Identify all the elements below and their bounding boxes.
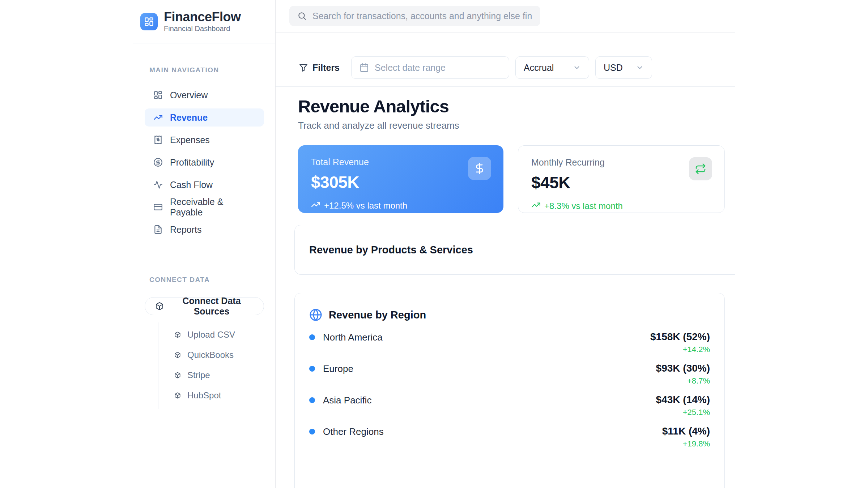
region-dot-icon	[309, 334, 315, 340]
sidebar: FinanceFlow Financial Dashboard MAIN NAV…	[133, 0, 276, 488]
currency-select[interactable]: USD	[595, 56, 652, 79]
circle-dollar-icon	[153, 158, 163, 167]
source-item-label: HubSpot	[187, 390, 221, 401]
financeflow-app: FinanceFlow Financial Dashboard MAIN NAV…	[0, 0, 868, 488]
kpi-delta-text: +8.3% vs last month	[544, 201, 623, 211]
kpi-cards: Total Revenue $305K +12.5% vs last month…	[298, 145, 725, 213]
date-range-placeholder: Select date range	[375, 63, 446, 73]
package-icon	[174, 352, 181, 358]
brand[interactable]: FinanceFlow Financial Dashboard	[133, 0, 275, 43]
repeat-icon	[689, 157, 712, 180]
connect-data-sources-button[interactable]: Connect Data Sources	[145, 297, 264, 315]
region-delta: +19.8%	[662, 439, 710, 449]
sidebar-item-label: Overview	[170, 90, 208, 100]
package-icon	[155, 302, 164, 311]
revenue-by-region-card: Revenue by Region North America $158K (5…	[294, 293, 725, 488]
sidebar-item-label: Revenue	[170, 112, 208, 123]
accounting-basis-value: Accrual	[524, 63, 554, 73]
filters-label: Filters	[312, 63, 340, 73]
app-container: FinanceFlow Financial Dashboard MAIN NAV…	[133, 0, 735, 488]
kpi-delta: +8.3% vs last month	[531, 200, 711, 212]
brand-text: FinanceFlow Financial Dashboard	[164, 10, 241, 33]
trending-up-icon	[531, 200, 541, 212]
region-row-other-regions: Other Regions $11K (4%) +19.8%	[309, 425, 710, 449]
data-source-list: Upload CSV QuickBooks Stripe HubSpot	[158, 322, 263, 409]
region-card-header: Revenue by Region	[309, 307, 710, 323]
brand-tagline: Financial Dashboard	[164, 25, 241, 33]
sidebar-item-overview[interactable]: Overview	[145, 86, 264, 104]
kpi-monthly-recurring-card: Monthly Recurring $45K +8.3% vs last mon…	[518, 145, 725, 213]
sidebar-item-reports[interactable]: Reports	[145, 221, 264, 239]
main-content: Filters Select date range Accrual USD Re…	[276, 0, 735, 488]
source-item-quickbooks[interactable]: QuickBooks	[158, 345, 263, 365]
products-services-card: Revenue by Products & Services	[294, 225, 735, 275]
source-item-hubspot[interactable]: HubSpot	[158, 385, 263, 406]
package-icon	[174, 392, 181, 399]
date-range-picker[interactable]: Select date range	[351, 56, 509, 79]
dashboard-icon	[153, 90, 163, 100]
region-dot-icon	[309, 397, 315, 403]
filters-divider	[276, 86, 735, 87]
region-name: Asia Pacific	[323, 395, 371, 406]
connect-section-label: CONNECT DATA	[133, 276, 210, 284]
region-name: North America	[323, 332, 383, 343]
sidebar-item-label: Receivable & Payable	[170, 197, 255, 218]
sidebar-item-label: Reports	[170, 224, 202, 235]
search-input[interactable]	[289, 6, 540, 26]
main-navigation: Overview Revenue Expenses Profitability …	[145, 86, 264, 243]
header-divider	[276, 33, 735, 33]
kpi-label: Total Revenue	[311, 157, 490, 167]
kpi-total-revenue-card: Total Revenue $305K +12.5% vs last month	[298, 145, 503, 213]
globe-icon	[309, 308, 322, 321]
region-row-north-america: North America $158K (52%) +14.2%	[309, 331, 710, 354]
filters-button[interactable]: Filters	[299, 63, 340, 73]
kpi-value: $45K	[531, 173, 711, 192]
funnel-icon	[299, 63, 308, 72]
region-delta: +8.7%	[656, 376, 710, 386]
region-value: $43K (14%)	[656, 394, 710, 406]
region-name: Europe	[323, 363, 353, 374]
connect-button-label: Connect Data Sources	[170, 296, 254, 317]
sidebar-item-cash-flow[interactable]: Cash Flow	[145, 176, 264, 194]
sidebar-item-expenses[interactable]: Expenses	[145, 131, 264, 149]
sidebar-item-label: Cash Flow	[170, 180, 213, 190]
chevron-down-icon	[636, 64, 644, 72]
region-delta: +14.2%	[650, 345, 710, 354]
region-dot-icon	[309, 366, 315, 372]
trending-up-icon	[153, 113, 163, 122]
package-icon	[174, 372, 181, 378]
sidebar-item-receivable-payable[interactable]: Receivable & Payable	[145, 198, 264, 216]
page-subtitle: Track and analyze all revenue streams	[298, 120, 459, 131]
products-services-title: Revenue by Products & Services	[309, 244, 473, 256]
source-item-label: Upload CSV	[187, 330, 235, 340]
sidebar-item-profitability[interactable]: Profitability	[145, 153, 264, 171]
filters-bar: Filters Select date range Accrual USD	[299, 56, 652, 79]
region-value: $158K (52%)	[650, 331, 710, 343]
sidebar-item-label: Profitability	[170, 157, 214, 168]
calendar-icon	[359, 63, 369, 72]
source-item-label: QuickBooks	[187, 350, 234, 360]
region-row-asia-pacific: Asia Pacific $43K (14%) +25.1%	[309, 394, 710, 417]
region-list: North America $158K (52%) +14.2% Europe	[309, 331, 710, 449]
package-icon	[174, 331, 181, 338]
kpi-delta: +12.5% vs last month	[311, 200, 490, 211]
trending-up-icon	[311, 200, 320, 211]
chevron-down-icon	[573, 64, 581, 72]
sidebar-item-label: Expenses	[170, 135, 210, 145]
kpi-value: $305K	[311, 172, 490, 192]
region-row-europe: Europe $93K (30%) +8.7%	[309, 362, 710, 386]
source-item-stripe[interactable]: Stripe	[158, 365, 263, 385]
brand-name: FinanceFlow	[164, 10, 241, 24]
source-item-upload-csv[interactable]: Upload CSV	[158, 325, 263, 345]
file-text-icon	[153, 225, 163, 234]
receipt-icon	[153, 135, 163, 145]
sidebar-item-revenue[interactable]: Revenue	[145, 108, 264, 127]
kpi-label: Monthly Recurring	[531, 157, 711, 168]
region-value: $11K (4%)	[662, 425, 710, 437]
kpi-delta-text: +12.5% vs last month	[324, 201, 407, 211]
region-value: $93K (30%)	[656, 362, 710, 374]
currency-value: USD	[604, 63, 623, 73]
credit-card-icon	[153, 202, 163, 212]
accounting-basis-select[interactable]: Accrual	[515, 56, 589, 79]
app-logo-icon	[140, 13, 158, 30]
